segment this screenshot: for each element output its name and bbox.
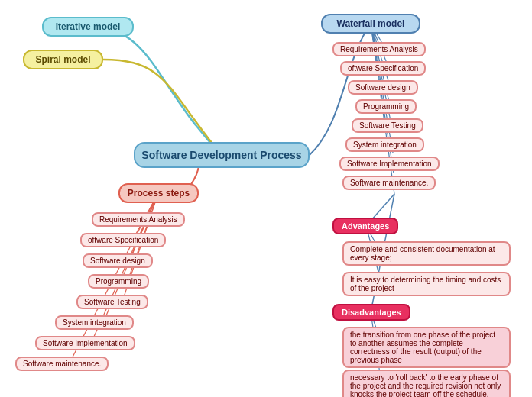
iterative-model-node: Iterative model — [42, 17, 134, 37]
wf-item-1: oftware Specification — [340, 61, 426, 76]
ps-item-6: Software Implementation — [35, 336, 135, 350]
svg-line-4 — [371, 24, 393, 132]
wf-item-4: Software Testing — [352, 118, 423, 133]
ps-item-5: System integration — [55, 315, 134, 330]
wf-item-2: Software design — [348, 80, 418, 95]
main-node: Software Development Process — [134, 142, 310, 168]
disadvantages-node: Disadvantages — [332, 304, 410, 321]
wf-item-5: System integration — [345, 137, 424, 152]
wf-item-3: Programming — [355, 99, 417, 114]
svg-line-10 — [128, 193, 158, 263]
ps-item-3: Programming — [88, 274, 149, 289]
wf-item-7: Software maintenance. — [342, 176, 436, 190]
adv-item-0: Complete and consistent documentation at… — [342, 241, 511, 266]
ps-item-1: oftware Specification — [80, 233, 166, 247]
process-steps-node: Process steps — [118, 183, 199, 203]
spiral-model-node: Spiral model — [23, 50, 103, 69]
ps-item-2: Software design — [83, 253, 153, 268]
dis-item-0: the transition from one phase of the pro… — [342, 327, 511, 368]
ps-item-0: Requirements Analysis — [92, 212, 185, 227]
ps-item-7: Software maintenance. — [15, 357, 109, 371]
wf-item-6: Software Implementation — [339, 157, 440, 171]
advantages-node: Advantages — [332, 218, 398, 234]
ps-item-4: Software Testing — [76, 295, 148, 309]
dis-item-1: necessary to 'roll back' to the early ph… — [342, 370, 511, 397]
wf-item-0: Requirements Analysis — [332, 42, 426, 56]
adv-item-1: It is easy to determining the timing and… — [342, 272, 511, 296]
waterfall-model-node: Waterfall model — [321, 14, 420, 34]
